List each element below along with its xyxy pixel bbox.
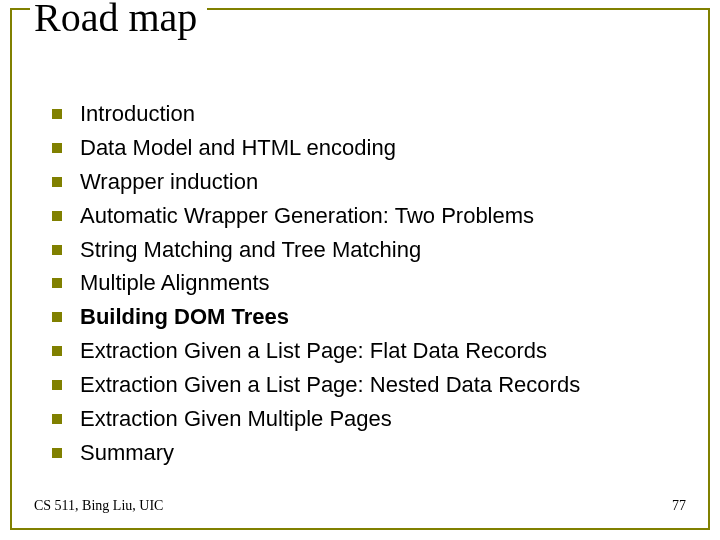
list-item: Extraction Given a List Page: Nested Dat…	[52, 369, 688, 401]
list-item-text: Summary	[80, 437, 174, 469]
list-item: Extraction Given Multiple Pages	[52, 403, 688, 435]
square-bullet-icon	[52, 380, 62, 390]
square-bullet-icon	[52, 414, 62, 424]
list-item: Summary	[52, 437, 688, 469]
list-item: Wrapper induction	[52, 166, 688, 198]
content-list: IntroductionData Model and HTML encoding…	[12, 68, 708, 469]
footer-left: CS 511, Bing Liu, UIC	[34, 498, 163, 514]
slide-footer: CS 511, Bing Liu, UIC 77	[34, 498, 686, 514]
list-item-text: String Matching and Tree Matching	[80, 234, 421, 266]
square-bullet-icon	[52, 312, 62, 322]
list-item: Data Model and HTML encoding	[52, 132, 688, 164]
list-item-text: Multiple Alignments	[80, 267, 270, 299]
list-item-text: Extraction Given Multiple Pages	[80, 403, 392, 435]
list-item-text: Data Model and HTML encoding	[80, 132, 396, 164]
square-bullet-icon	[52, 245, 62, 255]
list-item: Multiple Alignments	[52, 267, 688, 299]
list-item-text: Building DOM Trees	[80, 301, 289, 333]
list-item: Introduction	[52, 98, 688, 130]
square-bullet-icon	[52, 278, 62, 288]
list-item-text: Extraction Given a List Page: Nested Dat…	[80, 369, 580, 401]
list-item: Automatic Wrapper Generation: Two Proble…	[52, 200, 688, 232]
list-item-text: Extraction Given a List Page: Flat Data …	[80, 335, 547, 367]
page-number: 77	[672, 498, 686, 514]
square-bullet-icon	[52, 448, 62, 458]
slide-frame: Road map IntroductionData Model and HTML…	[10, 8, 710, 530]
list-item-text: Automatic Wrapper Generation: Two Proble…	[80, 200, 534, 232]
list-item: Building DOM Trees	[52, 301, 688, 333]
slide-title: Road map	[30, 0, 207, 41]
list-item-text: Introduction	[80, 98, 195, 130]
list-item: Extraction Given a List Page: Flat Data …	[52, 335, 688, 367]
square-bullet-icon	[52, 177, 62, 187]
square-bullet-icon	[52, 211, 62, 221]
list-item: String Matching and Tree Matching	[52, 234, 688, 266]
square-bullet-icon	[52, 346, 62, 356]
title-area: Road map	[12, 8, 708, 68]
list-item-text: Wrapper induction	[80, 166, 258, 198]
square-bullet-icon	[52, 109, 62, 119]
square-bullet-icon	[52, 143, 62, 153]
